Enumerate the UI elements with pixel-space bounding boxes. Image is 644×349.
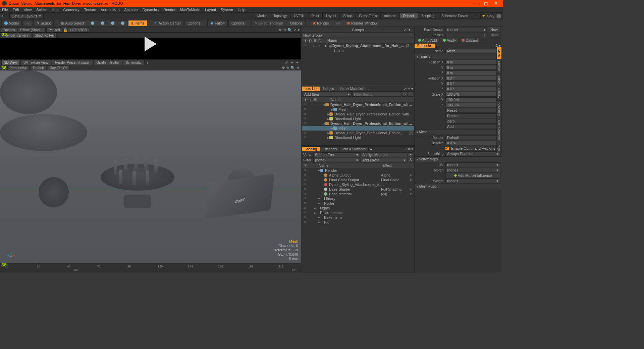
passgroups-dropdown[interactable]: (none)▾ [445,27,487,32]
posy-input[interactable]: 0 m [445,65,500,70]
menu-select[interactable]: Select [36,8,47,12]
selectthrough-button[interactable]: ⇲Select Through [251,20,286,26]
play-icon[interactable] [145,37,157,51]
add-dropdown[interactable]: Add▾ [445,124,500,129]
group-row[interactable]: 👁○□○ ▸ ▦ Dyson_Styling_Attachments_for_H… [302,43,414,48]
menu-system[interactable]: System [221,8,233,12]
shadertree-dropdown[interactable]: Shader Tree▾ [313,152,360,157]
uv-dropdown[interactable]: (none)▾ [445,162,500,167]
minimize-button[interactable]: — [471,1,481,6]
section-mesh[interactable]: Mesh [415,129,501,135]
zoom-icon[interactable]: 🔍 [287,28,292,32]
timeline[interactable]: 36 0 24 48 72 96 120 144 168 192 216 105… [0,263,301,272]
shader-row[interactable]: 👁▸Environments [302,210,414,215]
menu-edit[interactable]: Edit [13,8,19,12]
tab-images[interactable]: Images [320,87,337,91]
menu-file[interactable]: File [2,8,8,12]
sidetab-assembly[interactable]: Assembly [496,100,502,118]
shader-row[interactable]: 👁Base ShaderFull Shading▾ [302,187,414,192]
add-itemtab[interactable]: + [367,87,369,91]
sclz-input[interactable]: 100.0 % [445,103,500,107]
rotx-input[interactable]: 0.0 ° [445,76,500,81]
panel-expand-icon[interactable]: ⤢ [404,28,408,32]
rotz-input[interactable]: 0.0 ° [445,87,500,91]
f2-button[interactable]: F2 [22,20,33,26]
filteritems-input[interactable]: Filter Items [352,92,401,97]
item-row[interactable]: 👁▸Directional Light [302,116,414,121]
passes-dropdown[interactable]: ▾ [445,33,487,37]
tab-schematic-v[interactable]: Schematic [123,60,145,65]
section-vmaps[interactable]: Vertex Maps [415,156,501,162]
preview-shading[interactable]: Shading: Full [33,33,57,38]
tab-add[interactable]: + [472,13,481,19]
menu-texture[interactable]: Texture [84,8,96,12]
tab-gametools[interactable]: Game Tools [355,13,380,19]
menu-geometry[interactable]: Geometry [63,8,79,12]
lock-icon[interactable]: 🔒 [63,28,68,32]
vp-zoom-icon[interactable]: 🔍 [290,66,295,70]
render-button[interactable]: ▣Render [310,20,332,26]
sculpt-button[interactable]: ✎Sculpt [34,20,54,26]
sel-edge[interactable] [98,20,107,26]
actioncenter-button[interactable]: ⊕Action Center [152,20,184,26]
add-viewtab[interactable]: + [147,61,149,65]
tab-uvtexture[interactable]: UV Texture View [20,60,51,65]
f-button[interactable]: F [408,92,413,97]
perspective-dropdown[interactable]: Perspective [7,65,30,70]
lock2-icon[interactable]: ⊞ [313,38,317,43]
shader-row[interactable]: 👁Dyson_Styling_Attachments_for_Hair_... [302,182,414,187]
menu-dynamics[interactable]: Dynamics [143,8,159,12]
shader-row[interactable]: 👁▾Nodes [302,201,414,206]
preview-effect[interactable]: Effect: (Shadi... [18,28,45,33]
reset-dropdown[interactable]: Reset▾ [445,108,500,113]
addlayer-dropdown[interactable]: Add Layer▾ [361,158,407,162]
vgear2-icon[interactable]: ✲ [289,60,294,65]
item-row[interactable]: 👁▸Mesh [302,107,414,112]
sidetab-surface[interactable]: Surface [496,59,502,74]
panel-menu-icon[interactable]: ▾ [409,28,413,32]
menu-layout[interactable]: Layout [205,8,216,12]
item-row[interactable]: 👁▾Dyson_Hair_Dryer_Professional_Edition_… [302,121,414,126]
tab-renderpreset[interactable]: Render Preset Browser [52,60,93,65]
vmenu-icon[interactable]: ▾ [295,60,300,65]
refresh-icon[interactable]: ↻ [283,28,286,32]
filter-none-dropdown[interactable]: (none)▾ [313,158,360,162]
only-label[interactable]: Only [487,14,494,18]
sel-mat[interactable] [118,20,127,26]
globe-icon[interactable]: ◐ [308,38,313,43]
move-icon[interactable]: ✥ [279,28,282,32]
sclx-input[interactable]: 100.0 % [445,92,500,97]
shader-row[interactable]: 👁▾FX [302,220,414,225]
tab-gradient[interactable]: Gradient Editor [94,60,122,65]
preview-lut[interactable]: LUT: sRGB [68,28,89,33]
default-shading[interactable]: Default [31,65,46,70]
close-button[interactable]: ✕ [491,1,501,6]
menu-vertexmap[interactable]: Vertex Map [101,8,120,12]
menu-render[interactable]: Render [163,8,175,12]
tab-model[interactable]: Model [254,13,270,19]
eye-icon[interactable]: 👁 [303,39,308,43]
shader-row[interactable]: 👁Base Material(all)▾ [302,192,414,196]
morph-dropdown[interactable]: (none)▾ [445,168,500,172]
renderwindow-button[interactable]: ▣Render Window [344,20,380,26]
menu-help[interactable]: Help [238,8,246,12]
shader-row[interactable]: 👁Alpha OutputAlpha▾ [302,173,414,178]
item-row[interactable]: 👁▸Dyson_Hair_Dryer_Professional_Edition_… [302,131,414,135]
vp-move-icon[interactable]: ✥ [282,66,285,70]
scly-input[interactable]: 100.0 % [445,97,500,102]
vgear-icon[interactable]: ⤢ [284,60,289,65]
menu-icon[interactable]: ▾ [298,28,300,32]
options-1[interactable]: Options [184,20,203,26]
tab-shading[interactable]: Shading [302,147,320,151]
posz-input[interactable]: 0 m [445,70,500,75]
discard-button[interactable]: Discard [460,38,480,43]
expand-icon[interactable]: ⤢ [293,28,297,32]
new-passgroup[interactable]: New [488,27,500,32]
newgroup-button[interactable]: New Group [303,33,322,37]
tab-setup[interactable]: Setup [339,13,356,19]
zero-dropdown[interactable]: Zero▾ [445,119,500,123]
new-pass[interactable]: New [488,32,500,38]
sidetab-tags[interactable]: Tags [496,142,502,153]
tab-scripting[interactable]: Scripting [418,13,438,19]
menu-maxtomodo[interactable]: MaxToModo [180,8,200,12]
